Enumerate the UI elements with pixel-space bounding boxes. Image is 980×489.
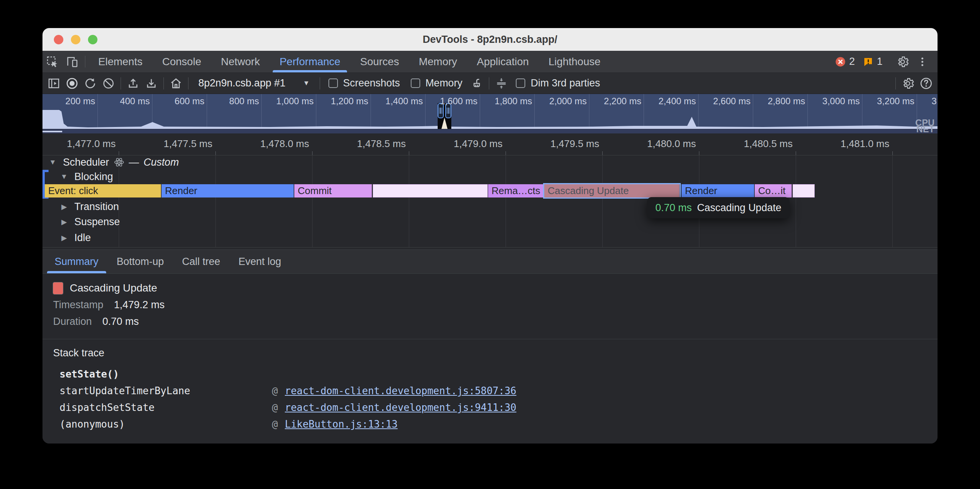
minimize-window-button[interactable] (71, 35, 80, 44)
frame-function: setState() (60, 368, 272, 380)
upload-profile-icon[interactable] (124, 74, 142, 92)
track-suspense[interactable]: ▶ Suspense (43, 215, 120, 229)
overview-tick-label: 2,000 ms (549, 96, 587, 106)
timeline-overview[interactable]: CPU NET 200 ms400 ms600 ms800 ms1,000 ms… (43, 94, 937, 133)
track-transition[interactable]: ▶ Transition (43, 200, 119, 213)
ruler-tick-label: 1,477.5 ms (164, 138, 212, 150)
collapse-triangle-icon[interactable]: ▼ (59, 173, 70, 181)
frame-source-link[interactable]: LikeButton.js:13:13 (285, 419, 937, 430)
more-options-kebab-icon[interactable] (913, 56, 932, 67)
memory-checkbox[interactable]: Memory (406, 77, 468, 89)
ruler-tick-mark (699, 151, 699, 155)
tab-memory[interactable]: Memory (409, 51, 467, 72)
close-window-button[interactable] (54, 35, 63, 44)
overview-gridline (917, 94, 917, 129)
overview-tick-label: 800 ms (229, 96, 259, 106)
overview-tick-label: 600 ms (175, 96, 204, 106)
screenshots-checkbox[interactable]: Screenshots (323, 77, 406, 89)
overview-tick-label: 1,800 ms (495, 96, 532, 106)
inspect-element-icon[interactable] (43, 51, 62, 72)
network-overview-strip (43, 129, 937, 133)
details-tab-bottom-up[interactable]: Bottom-up (108, 250, 173, 273)
zoom-window-button[interactable] (88, 35, 97, 44)
tab-application[interactable]: Application (467, 51, 539, 72)
details-tab-call-tree[interactable]: Call tree (173, 250, 229, 273)
overview-gridline (644, 94, 644, 129)
tab-sources[interactable]: Sources (350, 51, 409, 72)
overview-gridline (425, 94, 426, 129)
capture-settings-gear-icon[interactable] (899, 74, 917, 92)
flame-bar-cascading-update[interactable]: Cascading Update (544, 184, 679, 197)
help-icon[interactable] (917, 74, 935, 92)
settings-gear-icon[interactable] (893, 56, 913, 68)
dim-3rd-parties-checkbox[interactable]: Dim 3rd parties (511, 77, 605, 89)
toggle-sidebar-icon[interactable] (45, 74, 63, 92)
error-icon (835, 56, 846, 67)
ruler-tick-label: 1,480.0 ms (647, 138, 696, 150)
ruler-tick-mark (119, 151, 119, 155)
record-icon[interactable] (63, 74, 81, 92)
summary-value: 1,479.2 ms (114, 299, 165, 311)
flame-bar-event-click[interactable]: Event: click (45, 184, 161, 197)
frame-source-link[interactable]: react-dom-client.development.js:9411:30 (285, 402, 937, 413)
flame-bar-render[interactable]: Render (681, 184, 754, 197)
summary-row-duration: Duration0.70 ms (53, 313, 937, 330)
flame-gridline (409, 156, 409, 247)
tab-elements[interactable]: Elements (88, 51, 153, 72)
ruler-tick-mark (409, 151, 409, 155)
warning-icon (862, 56, 874, 67)
flame-gridline (892, 156, 893, 247)
flame-bar-co-it[interactable]: Co…it (755, 184, 792, 197)
details-tab-summary[interactable]: Summary (46, 250, 108, 273)
home-icon[interactable] (167, 74, 185, 92)
clear-icon[interactable] (99, 74, 118, 92)
overview-tick-label: 3,400 ms (931, 96, 937, 106)
tab-lighthouse[interactable]: Lighthouse (539, 51, 610, 72)
overview-gridline (807, 94, 808, 129)
overview-gridline (207, 94, 207, 129)
ruler-tick-mark (796, 151, 796, 155)
collect-garbage-icon[interactable] (468, 74, 486, 92)
flame-bar-commit[interactable]: Commit (294, 184, 372, 197)
warning-badge[interactable]: 1 (862, 56, 883, 67)
ruler-tick-label: 1,481.0 ms (840, 138, 889, 150)
details-tab-event-log[interactable]: Event log (229, 250, 291, 273)
stack-frame: startUpdateTimerByLane@react-dom-client.… (60, 383, 937, 399)
expand-triangle-icon[interactable]: ▶ (59, 233, 70, 242)
flame-bar[interactable] (793, 184, 815, 197)
overview-gridline (753, 94, 753, 129)
ruler-tick-label: 1,480.5 ms (744, 138, 793, 150)
stack-trace-title: Stack trace (53, 345, 937, 361)
tab-network[interactable]: Network (211, 51, 270, 72)
overview-gridline (698, 94, 698, 129)
track-scheduler[interactable]: ▼ Scheduler — Custom (43, 156, 179, 169)
track-idle[interactable]: ▶ Idle (43, 231, 91, 244)
collapse-triangle-icon[interactable]: ▼ (47, 158, 59, 167)
devtools-tabbar: ElementsConsoleNetworkPerformanceSources… (43, 51, 937, 73)
collapse-tracks-icon[interactable] (492, 74, 511, 92)
frame-function: (anonymous) (60, 419, 272, 430)
device-toolbar-icon[interactable] (62, 51, 82, 72)
flame-bar-render[interactable]: Render (162, 184, 294, 197)
toolbar-divider (164, 77, 164, 89)
network-activity-segment (43, 131, 62, 132)
tab-performance[interactable]: Performance (270, 51, 350, 72)
ruler-tick-label: 1,479.0 ms (453, 138, 503, 150)
flame-bar-rema-cts[interactable]: Rema…cts (488, 184, 545, 197)
ruler-tick-mark (215, 151, 216, 155)
overview-gridline (371, 94, 371, 129)
reload-record-icon[interactable] (81, 74, 99, 92)
expand-triangle-icon[interactable]: ▶ (59, 218, 70, 226)
tabbar-right: 2 1 (831, 51, 937, 72)
track-blocking[interactable]: ▼ Blocking (43, 170, 113, 183)
flame-bar[interactable] (373, 184, 488, 197)
download-profile-icon[interactable] (142, 74, 161, 92)
tab-console[interactable]: Console (153, 51, 211, 72)
overview-gridline (316, 94, 316, 129)
cpu-spike-marker (441, 117, 447, 129)
frame-source-link[interactable]: react-dom-client.development.js:5807:36 (285, 385, 937, 397)
target-selector-dropdown[interactable]: 8p2n9n.csb.app #1 ▼ (191, 77, 317, 89)
ruler-tick-label: 1,478.5 ms (357, 138, 406, 150)
expand-triangle-icon[interactable]: ▶ (59, 202, 70, 211)
error-badge[interactable]: 2 (835, 56, 855, 67)
